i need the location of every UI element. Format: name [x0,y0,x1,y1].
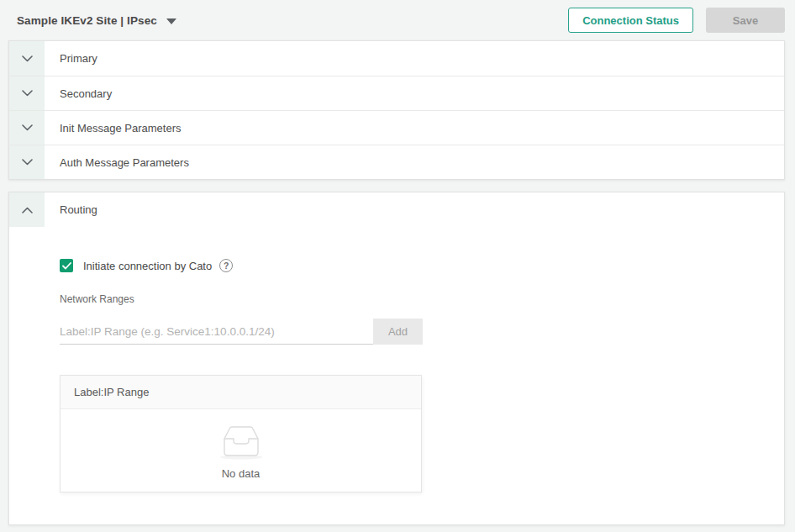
chevron-cell[interactable] [9,41,45,76]
table-column-header: Label:IP Range [61,376,421,409]
accordion-section-init-message-parameters[interactable]: Init Message Parameters [9,110,784,145]
chevron-cell[interactable] [9,192,45,227]
table-empty-state: No data [61,409,421,492]
chevron-down-icon [22,159,33,166]
accordion-section-secondary[interactable]: Secondary [9,76,784,110]
chevron-cell[interactable] [9,111,45,145]
header-actions: Connection Status Save [568,8,785,33]
accordion-section-auth-message-parameters[interactable]: Auth Message Parameters [9,145,784,179]
page-header: Sample IKEv2 Site | IPsec Connection Sta… [0,0,795,40]
ipsec-settings-page: Sample IKEv2 Site | IPsec Connection Sta… [0,0,795,532]
chevron-down-icon [22,55,33,62]
empty-tray-icon [214,421,268,460]
routing-panel: Routing Initiate connection by Cato ? Ne… [8,192,785,525]
ip-range-input-row: Add [60,319,423,345]
page-title: Sample IKEv2 Site | IPsec [17,14,157,27]
accordion-section-label: Auth Message Parameters [45,145,189,179]
save-button[interactable]: Save [706,8,785,33]
dropdown-caret-icon [166,18,176,24]
accordion-section-label: Secondary [45,76,112,110]
initiate-connection-row: Initiate connection by Cato ? [60,259,784,272]
accordion-section-routing[interactable]: Routing [9,192,784,227]
chevron-cell[interactable] [9,76,45,110]
chevron-down-icon [22,124,33,131]
routing-body: Initiate connection by Cato ? Network Ra… [9,227,784,492]
add-button[interactable]: Add [373,319,423,345]
network-ranges-table: Label:IP Range No data [60,375,422,492]
help-icon[interactable]: ? [219,259,233,272]
no-data-text: No data [222,467,261,480]
chevron-up-icon [22,207,33,213]
accordion-section-label: Init Message Parameters [45,111,182,145]
checkmark-icon [62,262,71,270]
accordion-section-label: Routing [45,192,97,227]
initiate-connection-label: Initiate connection by Cato [83,260,212,272]
connection-status-button[interactable]: Connection Status [568,8,693,33]
chevron-down-icon [22,90,33,97]
site-title-dropdown[interactable]: Sample IKEv2 Site | IPsec [17,14,176,27]
accordion-section-primary[interactable]: Primary [9,41,784,76]
ip-range-input[interactable] [60,319,373,345]
accordion-section-label: Primary [45,41,97,76]
chevron-cell[interactable] [9,145,45,179]
accordion-group: Primary Secondary Init Message Parameter… [8,40,785,180]
initiate-connection-checkbox[interactable] [60,259,73,272]
network-ranges-label: Network Ranges [60,293,784,305]
